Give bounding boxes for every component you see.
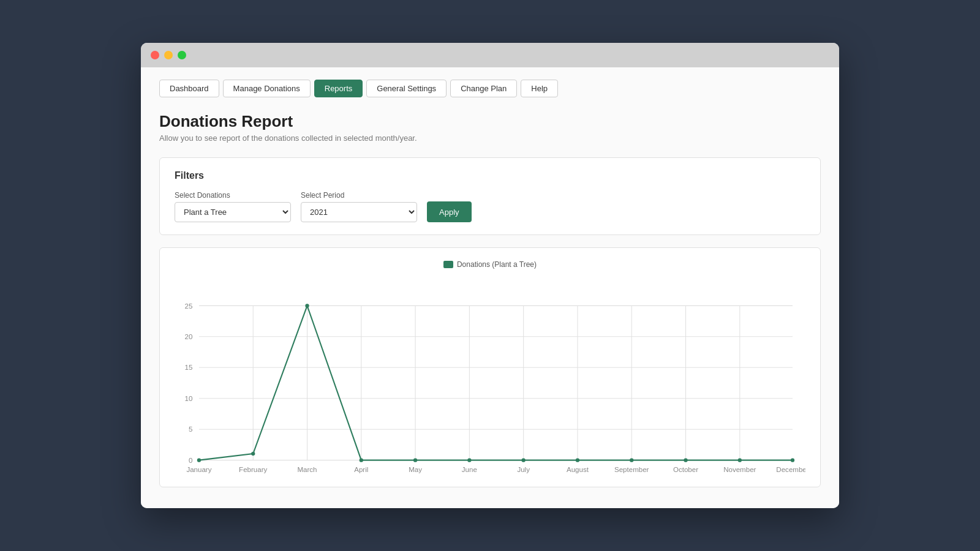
filters-title: Filters [175,170,805,181]
data-point-aug [576,458,579,462]
x-label-nov: November [723,466,756,473]
legend-color-swatch [443,261,453,268]
period-filter-label: Select Period [301,191,417,200]
tab-reports[interactable]: Reports [314,80,363,97]
titlebar [141,43,839,67]
x-label-oct: October [673,466,698,473]
donations-filter-label: Select Donations [175,191,291,200]
data-point-sep [630,458,633,462]
filters-card: Filters Select Donations Plant a Tree Cl… [159,157,821,235]
data-point-may [413,458,417,462]
data-point-jun [467,458,471,462]
main-content: Dashboard Manage Donations Reports Gener… [141,67,839,508]
tab-manage-donations[interactable]: Manage Donations [223,80,311,97]
maximize-button[interactable] [178,51,186,59]
tab-change-plan[interactable]: Change Plan [450,80,517,97]
x-label-aug: August [567,466,589,473]
filters-row: Select Donations Plant a Tree Clean Wate… [175,191,805,222]
chart-line [199,305,793,460]
navigation: Dashboard Manage Donations Reports Gener… [159,80,821,97]
chart-svg: 25 20 15 10 5 [175,279,805,474]
data-point-nov [738,458,742,462]
period-filter-group: Select Period 2021 2020 2019 [301,191,417,222]
svg-text:20: 20 [185,333,193,340]
data-point-dec [791,458,794,462]
tab-dashboard[interactable]: Dashboard [159,80,219,97]
legend-item: Donations (Plant a Tree) [443,260,537,269]
x-label-sep: September [614,466,649,473]
svg-text:25: 25 [185,302,193,310]
data-point-mar [305,304,309,307]
donations-filter-group: Select Donations Plant a Tree Clean Wate… [175,191,291,222]
x-label-may: May [409,466,422,473]
chart-card: Donations (Plant a Tree) 25 20 [159,247,821,487]
svg-text:10: 10 [185,395,193,402]
x-label-apr: April [354,466,368,473]
page-subtitle: Allow you to see report of the donations… [159,133,821,143]
svg-text:15: 15 [185,364,193,371]
x-label-jul: July [517,466,530,473]
page-title: Donations Report [159,112,821,131]
data-point-oct [684,458,687,462]
minimize-button[interactable] [164,51,173,59]
chart-area: 25 20 15 10 5 [175,279,805,474]
data-point-feb [251,452,255,455]
data-point-apr [360,458,363,462]
x-label-mar: March [297,466,317,473]
x-label-jun: June [462,466,477,473]
x-label-feb: February [239,466,267,473]
donations-select[interactable]: Plant a Tree Clean Water Food Bank [175,202,291,222]
x-label-dec: December [776,466,805,473]
close-button[interactable] [151,51,159,59]
period-select[interactable]: 2021 2020 2019 [301,202,417,222]
legend-label: Donations (Plant a Tree) [457,260,537,269]
tab-help[interactable]: Help [521,80,558,97]
chart-legend: Donations (Plant a Tree) [175,260,805,269]
data-point-jan [197,458,201,462]
svg-text:0: 0 [189,457,192,464]
tab-general-settings[interactable]: General Settings [366,80,447,97]
apply-button[interactable]: Apply [427,201,472,222]
app-window: Dashboard Manage Donations Reports Gener… [141,43,839,508]
data-point-jul [522,458,526,462]
x-label-jan: January [186,466,211,473]
svg-text:5: 5 [189,425,192,433]
